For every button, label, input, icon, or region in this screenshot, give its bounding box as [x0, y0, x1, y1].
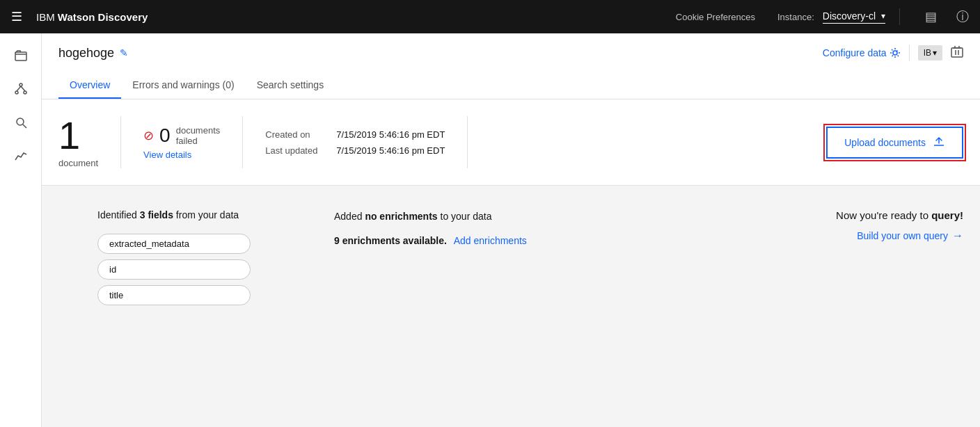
sidebar-icon-chart[interactable] [7, 142, 35, 170]
failed-label-line1: documents [176, 125, 221, 136]
enrichments-column: Added no enrichments to your data 9 enri… [334, 208, 599, 416]
settings-icon [890, 47, 901, 58]
dates-list: Created on 7/15/2019 5:46:16 pm EDT Last… [265, 129, 445, 156]
failed-count: 0 [159, 124, 171, 147]
header-top: hogehoge ✎ Configure data IB ▾ [58, 45, 963, 61]
svg-point-2 [15, 91, 18, 94]
failed-label-line2: failed [176, 136, 221, 146]
updated-value: 7/15/2019 5:46:16 pm EDT [336, 145, 445, 156]
enrichments-available-text: 9 enrichments available. Add enrichments [334, 235, 599, 246]
created-value: 7/15/2019 5:46:16 pm EDT [336, 129, 445, 140]
arrow-icon: → [952, 229, 963, 242]
svg-point-6 [17, 118, 24, 125]
grid-icon[interactable]: ▤ [925, 9, 937, 24]
page-header: hogehoge ✎ Configure data IB ▾ [42, 33, 980, 99]
view-details-link[interactable]: View details [143, 150, 191, 160]
document-label: document [58, 158, 98, 168]
instance-label: Instance: [777, 12, 814, 22]
nav-divider [899, 8, 900, 25]
menu-icon[interactable]: ☰ [11, 9, 22, 24]
add-enrichments-link[interactable]: Add enrichments [454, 235, 527, 246]
edit-title-icon[interactable]: ✎ [120, 47, 128, 58]
upload-block: Upload documents [490, 116, 963, 168]
layout: hogehoge ✎ Configure data IB ▾ [0, 33, 980, 427]
failed-docs-block: ⊘ 0 documents failed View details [143, 116, 243, 168]
svg-rect-0 [15, 52, 26, 61]
document-count-block: 1 document [58, 116, 121, 168]
svg-line-5 [21, 86, 25, 91]
fields-column: Identified 3 fields from your data extra… [97, 208, 292, 416]
tab-errors[interactable]: Errors and warnings (0) [121, 72, 245, 99]
failed-label-block: documents failed [176, 125, 221, 146]
chevron-down-icon: ▾ [881, 11, 885, 21]
info-icon[interactable]: ⓘ [956, 8, 969, 25]
svg-line-7 [23, 124, 26, 128]
svg-point-1 [19, 83, 22, 86]
field-pill-title: title [97, 285, 251, 305]
sidebar-icon-search[interactable] [7, 108, 35, 136]
dates-block: Created on 7/15/2019 5:46:16 pm EDT Last… [265, 116, 468, 168]
upload-icon [933, 135, 945, 150]
upload-documents-button[interactable]: Upload documents [826, 127, 963, 159]
main-content: hogehoge ✎ Configure data IB ▾ [42, 33, 980, 427]
failed-row: ⊘ 0 documents failed [143, 124, 220, 147]
svg-point-3 [24, 91, 26, 94]
build-query-link[interactable]: Build your own query → [857, 229, 963, 242]
updated-label: Last updated [265, 145, 328, 156]
topnav: ☰ IBM Watson Discovery Cookie Preference… [0, 0, 980, 33]
header-actions: Configure data IB ▾ [823, 45, 963, 61]
updated-row: Last updated 7/15/2019 5:46:16 pm EDT [265, 145, 445, 156]
svg-line-4 [17, 86, 21, 91]
delete-button[interactable] [951, 45, 963, 61]
sidebar-icon-folder[interactable] [7, 42, 35, 70]
query-ready-text: Now you're ready to query! [836, 209, 963, 221]
app-logo: IBM Watson Discovery [36, 11, 148, 23]
chevron-down-icon: ▾ [933, 48, 937, 58]
error-icon: ⊘ [143, 128, 154, 143]
field-pill-id: id [97, 259, 251, 280]
instance-value: Discovery-cl [823, 10, 876, 22]
document-number: 1 [58, 116, 80, 155]
created-row: Created on 7/15/2019 5:46:16 pm EDT [265, 129, 445, 140]
stats-area: 1 document ⊘ 0 documents failed View det… [42, 99, 980, 186]
title-row: hogehoge ✎ [58, 46, 128, 61]
sidebar [0, 33, 42, 427]
svg-point-8 [893, 51, 897, 55]
field-pill-extracted-metadata: extracted_metadata [97, 234, 251, 254]
query-column: Now you're ready to query! Build your ow… [640, 208, 963, 416]
tabs: Overview Errors and warnings (0) Search … [58, 72, 963, 99]
fields-title: Identified 3 fields from your data [97, 208, 292, 223]
created-label: Created on [265, 129, 328, 140]
page-title: hogehoge [58, 46, 114, 61]
enrichments-title: Added no enrichments to your data [334, 209, 599, 224]
bottom-section: Identified 3 fields from your data extra… [42, 186, 980, 427]
image-view-button[interactable]: IB ▾ [918, 45, 942, 61]
cookie-preferences-link[interactable]: Cookie Preferences [676, 12, 755, 22]
configure-data-link[interactable]: Configure data [823, 47, 901, 58]
instance-selector[interactable]: Discovery-cl ▾ [823, 10, 885, 24]
actions-divider [909, 45, 910, 61]
svg-rect-9 [951, 48, 963, 57]
tab-overview[interactable]: Overview [58, 72, 121, 99]
sidebar-icon-network[interactable] [7, 75, 35, 103]
tab-search-settings[interactable]: Search settings [246, 72, 335, 99]
